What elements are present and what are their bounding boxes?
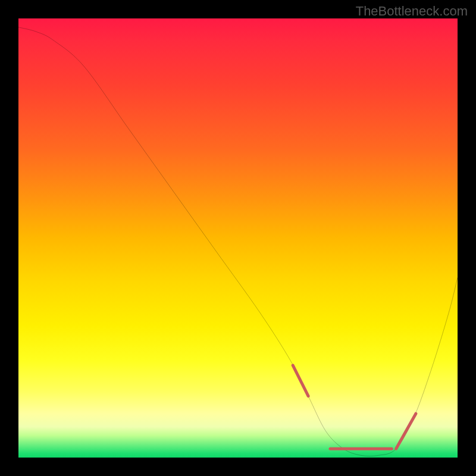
highlight-segments bbox=[293, 365, 416, 449]
plot-area bbox=[18, 18, 458, 458]
marker-right bbox=[396, 414, 416, 449]
watermark-text: TheBottleneck.com bbox=[356, 4, 468, 19]
bottleneck-curve bbox=[18, 27, 458, 456]
marker-left bbox=[293, 365, 308, 396]
chart-svg bbox=[18, 18, 458, 458]
